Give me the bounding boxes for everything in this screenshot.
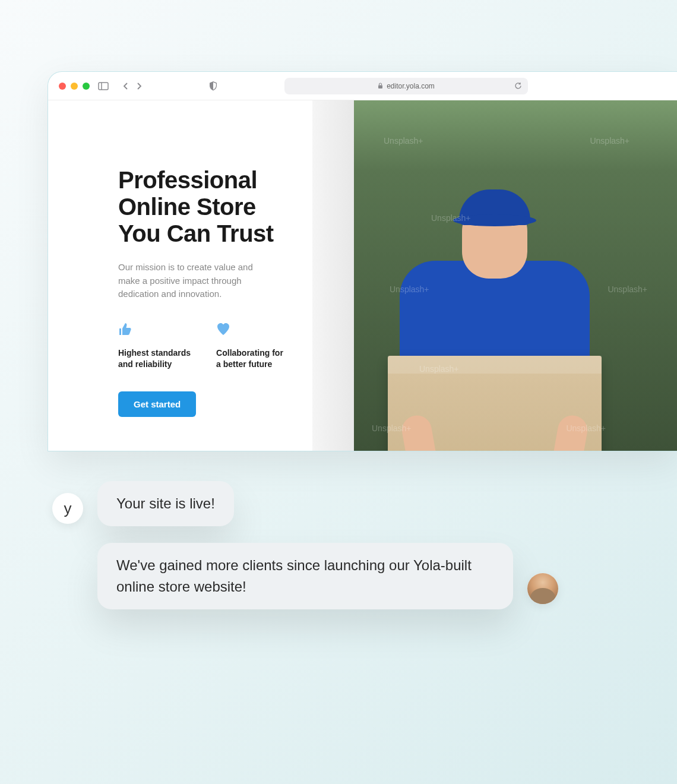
forward-button[interactable] — [136, 82, 142, 90]
watermark: Unsplash+ — [419, 364, 459, 374]
chat-message-bot: Your site is live! — [97, 481, 234, 526]
hero-text-section: Professional Online Store You Can Trust … — [48, 100, 312, 451]
close-window-button[interactable] — [59, 83, 66, 90]
delivery-person-image: Unsplash+ Unsplash+ Unsplash+ Unsplash+ … — [312, 100, 677, 451]
user-avatar — [527, 573, 558, 604]
watermark: Unsplash+ — [384, 136, 423, 146]
hero-image-section: Unsplash+ Unsplash+ Unsplash+ Unsplash+ … — [312, 100, 677, 451]
address-bar[interactable]: editor.yola.com — [284, 78, 528, 94]
feature-text: Collaborating for a better future — [216, 347, 289, 370]
sidebar-toggle-icon[interactable] — [98, 82, 109, 90]
traffic-lights — [59, 83, 90, 90]
mission-text: Our mission is to create value and make … — [118, 261, 273, 301]
watermark: Unsplash+ — [566, 423, 606, 433]
browser-window: editor.yola.com Professional Online Stor… — [48, 71, 677, 451]
page-content: Professional Online Store You Can Trust … — [48, 100, 677, 451]
privacy-shield-icon[interactable] — [209, 81, 217, 91]
svg-rect-0 — [99, 83, 108, 90]
watermark: Unsplash+ — [590, 136, 629, 146]
url-text: editor.yola.com — [387, 82, 435, 90]
refresh-button[interactable] — [514, 82, 522, 90]
svg-rect-2 — [378, 86, 382, 89]
watermark: Unsplash+ — [390, 284, 429, 294]
bot-avatar: y — [52, 493, 83, 524]
page-heading: Professional Online Store You Can Trust — [118, 167, 289, 246]
heart-icon — [216, 323, 289, 338]
user-avatar-image — [527, 573, 558, 604]
get-started-button[interactable]: Get started — [118, 391, 196, 417]
browser-toolbar: editor.yola.com — [48, 72, 677, 100]
feature-collaboration: Collaborating for a better future — [216, 323, 289, 370]
feature-text: Highest standards and reliability — [118, 347, 192, 370]
chat-section: y Your site is live! We've gained more c… — [52, 481, 641, 626]
thumbs-up-icon — [118, 323, 192, 338]
minimize-window-button[interactable] — [71, 83, 78, 90]
back-button[interactable] — [123, 82, 129, 90]
watermark: Unsplash+ — [431, 213, 471, 223]
watermark: Unsplash+ — [372, 423, 412, 433]
nav-arrows — [123, 82, 142, 90]
maximize-window-button[interactable] — [83, 83, 90, 90]
lock-icon — [378, 83, 383, 89]
feature-standards: Highest standards and reliability — [118, 323, 192, 370]
features-row: Highest standards and reliability Collab… — [118, 323, 289, 370]
chat-message-user: We've gained more clients since launchin… — [97, 543, 513, 609]
bot-avatar-letter: y — [64, 500, 72, 518]
watermark: Unsplash+ — [608, 284, 647, 294]
